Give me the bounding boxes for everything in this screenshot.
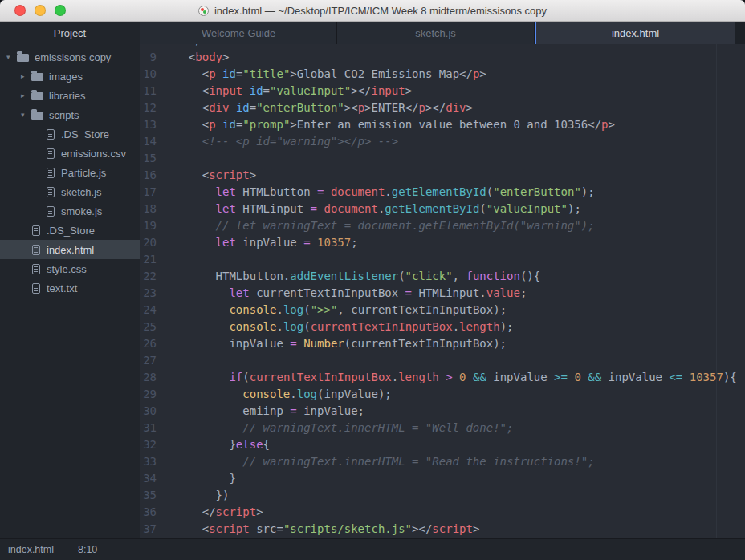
code-line[interactable]: 15 — [140, 150, 745, 167]
code-line[interactable]: 9 <body> — [140, 49, 745, 66]
tree-item-index-html[interactable]: index.html — [0, 240, 140, 259]
code-line[interactable]: 24 console.log(">>", currentTextInInputB… — [140, 302, 745, 319]
line-number: 36 — [140, 504, 157, 521]
code-line[interactable]: 34 } — [140, 470, 745, 487]
chevron-down-icon[interactable]: ▾ — [6, 53, 17, 61]
sidebar: ▾emissisons copy▸images▸libraries▾script… — [0, 44, 140, 538]
code-line[interactable]: 27 — [140, 352, 745, 369]
chevron-right-icon[interactable]: ▸ — [21, 72, 31, 80]
app-window: index.html — ~/Desktop/ITP/ICM/ICM Week … — [0, 0, 745, 560]
tab-index-html[interactable]: index.html — [535, 22, 735, 44]
tree-item-particle-js[interactable]: Particle.js — [0, 163, 140, 182]
tree-item-style-css[interactable]: style.css — [0, 259, 140, 278]
tab-bar: Project Welcome Guidesketch.jsindex.html — [0, 22, 745, 44]
traffic-lights — [14, 5, 66, 16]
code-line[interactable]: 29 console.log(inpValue); — [140, 386, 745, 403]
code-line[interactable]: 17 let HTMLbutton = document.getElementB… — [140, 184, 745, 201]
tree-item-text-txt[interactable]: text.txt — [0, 278, 140, 298]
line-number: 11 — [140, 83, 157, 99]
line-number: 27 — [140, 352, 157, 369]
code-line[interactable]: 31 // warningText.innerHTML = "Well done… — [140, 420, 745, 436]
line-number: 28 — [140, 369, 157, 386]
tree-item-ds-store[interactable]: .DS_Store — [0, 124, 140, 144]
tab-welcome-guide[interactable]: Welcome Guide — [140, 22, 337, 44]
tree-item-label: style.css — [47, 263, 87, 275]
tree-item-emissisons-copy[interactable]: ▾emissisons copy — [0, 47, 140, 67]
code-line[interactable]: 32 }else{ — [140, 436, 745, 453]
code-line[interactable]: 35 }) — [140, 487, 745, 504]
line-number: 21 — [140, 251, 157, 268]
window-title-group: index.html — ~/Desktop/ITP/ICM/ICM Week … — [198, 5, 547, 17]
line-number: 10 — [140, 66, 157, 83]
line-number: 12 — [140, 99, 157, 116]
zoom-button[interactable] — [55, 5, 66, 16]
minimize-button[interactable] — [35, 5, 46, 16]
tabs: Welcome Guidesketch.jsindex.html — [140, 22, 745, 44]
close-button[interactable] — [14, 5, 26, 16]
file-icon — [47, 187, 55, 197]
code-line[interactable]: 19 // let warningText = document.getElem… — [140, 217, 745, 234]
tree-item-label: index.html — [47, 244, 94, 256]
tree-item-label: images — [49, 71, 83, 83]
code-line[interactable]: 28 if(currentTextInInputBox.length > 0 &… — [140, 369, 745, 386]
folder-icon — [31, 112, 43, 120]
line-number: 17 — [140, 184, 157, 201]
line-number: 30 — [140, 403, 157, 420]
line-number: 15 — [140, 150, 157, 167]
tree-item-libraries[interactable]: ▸libraries — [0, 86, 140, 105]
tree-item-label: Particle.js — [61, 167, 106, 179]
tree-item-label: scripts — [49, 109, 79, 121]
tree-item-images[interactable]: ▸images — [0, 67, 140, 86]
file-icon — [32, 264, 40, 274]
file-icon — [32, 245, 40, 255]
code-line[interactable]: 10 <p id="title">Global CO2 Emissions Ma… — [140, 66, 745, 83]
code-line[interactable]: 12 <div id="enterButton"><p>ENTER</p></d… — [140, 99, 745, 116]
chevron-down-icon[interactable]: ▾ — [21, 111, 31, 119]
code-line[interactable]: 21 — [140, 251, 745, 268]
editor[interactable]: 8 </head>9 <body>10 <p id="title">Global… — [140, 44, 745, 538]
code-line[interactable]: 18 let HTMLinput = document.getElementBy… — [140, 201, 745, 217]
tree-item-ds-store[interactable]: .DS_Store — [0, 221, 140, 240]
code-line[interactable]: 14 <!-- <p id="warning"></p> --> — [140, 133, 745, 150]
file-icon — [47, 168, 55, 178]
line-number: 35 — [140, 487, 157, 504]
code-line[interactable]: 16 <script> — [140, 167, 745, 184]
folder-icon — [17, 54, 29, 62]
window-title: index.html — ~/Desktop/ITP/ICM/ICM Week … — [214, 5, 547, 17]
line-number: 34 — [140, 470, 157, 487]
line-number: 20 — [140, 234, 157, 251]
line-number: 32 — [140, 436, 157, 453]
code-line[interactable]: 33 // warningText.innerHTML = "Read the … — [140, 453, 745, 470]
line-number: 14 — [140, 133, 157, 150]
code-line[interactable]: 22 HTMLbutton.addEventListener("click", … — [140, 268, 745, 285]
code-line[interactable]: 20 let inpValue = 10357; — [140, 234, 745, 251]
code-line[interactable]: 25 console.log(currentTextInInputBox.len… — [140, 319, 745, 335]
tree-item-emissions-csv[interactable]: emissions.csv — [0, 144, 140, 163]
tree-item-label: sketch.js — [61, 186, 102, 198]
code-line[interactable]: 26 inpValue = Number(currentTextInInputB… — [140, 335, 745, 352]
code-line[interactable]: 23 let currentTextInInputBox = HTMLinput… — [140, 285, 745, 302]
line-number: 33 — [140, 453, 157, 470]
tab-sketch-js[interactable]: sketch.js — [337, 22, 535, 44]
file-icon — [47, 129, 55, 140]
status-file-name: index.html — [8, 544, 54, 555]
folder-icon — [31, 92, 43, 100]
status-cursor-position[interactable]: 8:10 — [78, 544, 97, 555]
tree-item-scripts[interactable]: ▾scripts — [0, 105, 140, 124]
tree-item-smoke-js[interactable]: smoke.js — [0, 201, 140, 221]
tree-item-label: text.txt — [47, 282, 77, 294]
line-number: 19 — [140, 217, 157, 234]
code-line[interactable]: 11 <input id="valueInput"></input> — [140, 83, 745, 99]
file-icon — [32, 283, 40, 294]
tree-item-sketch-js[interactable]: sketch.js — [0, 182, 140, 201]
project-panel-header: Project — [0, 22, 140, 44]
tree-item-label: emissions.csv — [61, 148, 126, 160]
code-line[interactable]: 30 emiinp = inpValue; — [140, 403, 745, 420]
code-line[interactable]: 37 <script src="scripts/sketch.js"></scr… — [140, 521, 745, 538]
line-number: 9 — [140, 49, 157, 66]
chevron-right-icon[interactable]: ▸ — [21, 91, 31, 99]
code-line[interactable]: 13 <p id="promp">Enter an emission value… — [140, 116, 745, 133]
code-line[interactable]: 36 </script> — [140, 504, 745, 521]
folder-icon — [31, 73, 43, 81]
title-bar: index.html — ~/Desktop/ITP/ICM/ICM Week … — [0, 0, 745, 22]
